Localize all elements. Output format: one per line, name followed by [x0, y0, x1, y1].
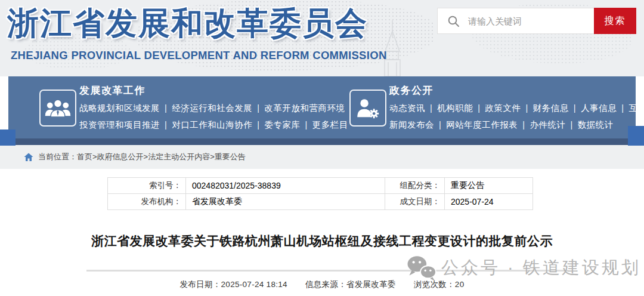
link-separator: | — [165, 120, 167, 130]
link-separator: | — [257, 120, 259, 130]
nav-section-text: 政务公开 动态资讯|机构职能|政策文件|财务信息|人事信息|互动交流 新闻发布会… — [389, 76, 644, 131]
link-separator: | — [165, 103, 167, 113]
page-title: 浙江省发展改革委关于铁路杭州萧山机场站枢纽及接线工程变更设计的批复前公示 — [0, 233, 644, 249]
nav-link[interactable]: 人事信息 — [581, 103, 617, 113]
info-source: 信息来源：省发展改革委 — [305, 280, 396, 289]
nav-link-row: 新闻发布会|网站年度工作报表|办件统计|数据统计 — [389, 119, 644, 131]
link-separator: | — [522, 120, 525, 130]
breadcrumb-link[interactable]: 法定主动公开内容 — [148, 152, 210, 161]
search-icon — [447, 15, 460, 27]
publish-date: 发布日期：2025-07-24 18:14 — [180, 280, 287, 289]
nav-link[interactable]: 新闻发布会 — [389, 120, 434, 130]
nav-link-row: 动态资讯|机构职能|政策文件|财务信息|人事信息|互动交流 — [389, 103, 644, 114]
breadcrumb-link[interactable]: 首页 — [77, 152, 92, 161]
nav-link[interactable]: 动态资讯 — [389, 103, 425, 113]
watermark: 公众号 · 铁道建设规划 — [405, 254, 641, 282]
link-separator: | — [478, 103, 480, 113]
nav-section-text: 发展改革工作 战略规划和区域发展|经济运行和社会发展|改革开放和营商环境 投资管… — [79, 76, 354, 131]
doc-field-label: 发布机构： — [108, 194, 186, 210]
table-row: 发布机构：省发展改革委成文日期：2025-07-24 — [108, 194, 533, 210]
nav-section-title[interactable]: 发展改革工作 — [79, 84, 354, 97]
wechat-icon — [405, 254, 438, 282]
nav-link[interactable]: 财务信息 — [533, 103, 569, 113]
nav-section-title[interactable]: 政务公开 — [389, 84, 644, 97]
breadcrumb-label: 当前位置： — [38, 152, 77, 162]
band-accent-left — [0, 130, 16, 146]
doc-field-label: 索引号： — [108, 178, 186, 194]
link-separator: | — [439, 120, 441, 130]
breadcrumb: 当前位置： 首页>政府信息公开>法定主动公开内容>重要公告 — [0, 145, 644, 169]
nav-link[interactable]: 办件统计 — [530, 120, 566, 130]
band-accent-right — [628, 126, 644, 146]
nav-link[interactable]: 改革开放和营商环境 — [265, 103, 345, 113]
search-box: 搜索 — [437, 8, 636, 34]
nav-link[interactable]: 互动交流 — [628, 103, 644, 113]
band-shadow-strip — [13, 138, 639, 145]
nav-link[interactable]: 网站年度工作报表 — [446, 120, 518, 130]
link-separator: | — [621, 103, 624, 113]
home-icon[interactable] — [24, 153, 33, 162]
link-separator: | — [574, 103, 576, 113]
nav-link[interactable]: 战略规划和区域发展 — [79, 103, 160, 113]
nav-link[interactable]: 经济运行和社会发展 — [172, 103, 252, 113]
doc-field-value: 002482031/2025-38839 — [186, 178, 385, 194]
nav-link[interactable]: 更多栏目 — [312, 120, 348, 130]
link-separator: | — [305, 120, 308, 130]
building-sketch-icon — [374, 20, 410, 76]
link-separator: | — [257, 103, 259, 113]
nav-link[interactable]: 数据统计 — [578, 120, 614, 130]
breadcrumb-link[interactable]: 政府信息公开 — [97, 152, 144, 161]
search-button[interactable]: 搜索 — [594, 8, 636, 34]
people-group-icon — [39, 90, 76, 127]
doc-info-table: 索引号：002482031/2025-38839组配分类：重要公告发布机构：省发… — [107, 177, 533, 210]
search-input[interactable] — [467, 8, 594, 33]
table-row: 索引号：002482031/2025-38839组配分类：重要公告 — [108, 178, 533, 194]
nav-link[interactable]: 机构职能 — [437, 103, 473, 113]
page: 浙江省发展和改革委员会 ZHEJIANG PROVINCIAL DEVELOPM… — [0, 0, 644, 296]
site-header: 浙江省发展和改革委员会 ZHEJIANG PROVINCIAL DEVELOPM… — [0, 0, 644, 76]
site-subtitle: ZHEJIANG PROVINCIAL DEVELOPMENT AND REFO… — [11, 49, 387, 62]
link-separator: | — [430, 103, 432, 113]
link-separator: | — [571, 120, 573, 130]
doc-field-label: 成文日期： — [385, 194, 445, 210]
main-nav: 发展改革工作 战略规划和区域发展|经济运行和社会发展|改革开放和营商环境 投资管… — [8, 76, 636, 138]
nav-link[interactable]: 政策文件 — [485, 103, 521, 113]
site-title: 浙江省发展和改革委员会 — [7, 2, 368, 45]
person-gear-icon — [349, 90, 386, 127]
nav-link[interactable]: 对口工作和山海协作 — [172, 120, 252, 130]
watermark-text: 公众号 · 铁道建设规划 — [441, 256, 641, 280]
breadcrumb-link[interactable]: 重要公告 — [215, 152, 246, 161]
doc-field-label: 组配分类： — [385, 178, 445, 194]
nav-link[interactable]: 委专家库 — [265, 120, 301, 130]
breadcrumb-separator: > — [210, 152, 215, 161]
doc-field-value: 2025-07-24 — [445, 194, 533, 210]
doc-field-value: 重要公告 — [445, 178, 533, 194]
nav-link[interactable]: 投资管理和项目推进 — [79, 120, 160, 130]
breadcrumb-path: 首页>政府信息公开>法定主动公开内容>重要公告 — [77, 152, 246, 162]
nav-link-row: 战略规划和区域发展|经济运行和社会发展|改革开放和营商环境 — [79, 103, 354, 114]
doc-field-value: 省发展改革委 — [186, 194, 385, 210]
breadcrumb-separator: > — [92, 152, 97, 161]
nav-link-row: 投资管理和项目推进|对口工作和山海协作|委专家库|更多栏目 — [79, 119, 354, 131]
link-separator: | — [526, 103, 528, 113]
